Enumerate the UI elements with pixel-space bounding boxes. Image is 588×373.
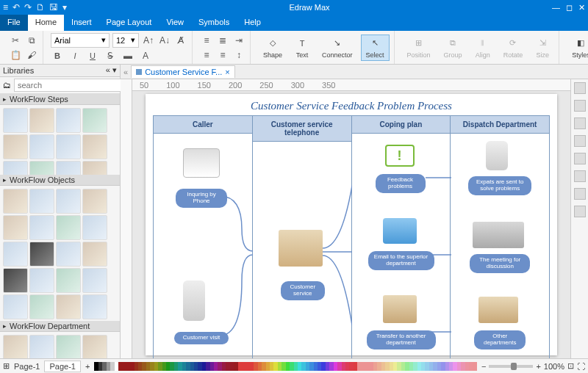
node-visit[interactable]: Customer visit <box>174 332 229 344</box>
shape-item[interactable] <box>3 294 28 319</box>
shape-item[interactable] <box>29 161 54 175</box>
phone-icon[interactable] <box>183 148 220 178</box>
shape-item[interactable] <box>82 189 107 214</box>
cut-icon[interactable]: ✂ <box>9 34 22 47</box>
shape-item[interactable] <box>29 215 54 240</box>
font-size[interactable]: 12▾ <box>112 33 139 48</box>
shape-item[interactable] <box>82 242 107 267</box>
page-tab[interactable]: Page-1 <box>44 361 80 372</box>
libraries-menu-icon[interactable]: « ▾ <box>106 65 117 75</box>
styles-button[interactable]: ◧Styles <box>567 35 588 61</box>
tool-table-icon[interactable] <box>574 153 586 164</box>
fullscreen-icon[interactable]: ⛶ <box>577 362 585 371</box>
format-painter-icon[interactable]: 🖌 <box>25 48 38 62</box>
node-feedback[interactable]: Feedback problems <box>376 174 426 193</box>
document-tab[interactable]: Customer Service F...× <box>131 65 235 78</box>
tool-format-icon[interactable] <box>574 82 586 94</box>
tab-help[interactable]: Help <box>237 15 268 31</box>
decrease-font-icon[interactable]: A↓ <box>158 34 171 47</box>
close-icon[interactable]: ✕ <box>578 3 585 12</box>
tool-shadow-icon[interactable] <box>574 170 586 182</box>
node-meeting[interactable]: The meeting for discussion <box>470 254 530 273</box>
canvas[interactable]: Customer Service Feedback Problem Proces… <box>132 91 570 358</box>
shape-item[interactable] <box>56 134 81 159</box>
underline-icon[interactable]: U <box>86 49 99 62</box>
shape-item[interactable] <box>29 108 54 133</box>
shape-item[interactable] <box>29 242 54 267</box>
shape-item[interactable] <box>3 134 28 159</box>
shape-item[interactable] <box>82 108 107 133</box>
shape-item[interactable] <box>56 294 81 319</box>
transfer-desk-icon[interactable] <box>383 295 417 323</box>
shape-item[interactable] <box>3 242 28 267</box>
shape-item[interactable] <box>82 335 107 358</box>
shape-item[interactable] <box>82 134 107 159</box>
shape-item[interactable] <box>3 268 28 293</box>
shape-item[interactable] <box>29 268 54 293</box>
tab-symbols[interactable]: Symbols <box>191 15 237 31</box>
shape-item[interactable] <box>82 294 107 319</box>
shape-item[interactable] <box>3 108 28 133</box>
doc-close-icon[interactable]: × <box>225 68 229 76</box>
clear-format-icon[interactable]: A̸ <box>174 34 187 47</box>
node-other[interactable]: Other departments <box>474 330 526 350</box>
add-page-icon[interactable]: + <box>85 362 90 371</box>
cat-workflow-objects[interactable]: WorkFlow Objects <box>0 175 120 186</box>
shape-item[interactable] <box>3 215 28 240</box>
zoom-slider[interactable] <box>489 365 533 368</box>
new-icon[interactable]: 🗋 <box>36 2 45 12</box>
bullets-icon[interactable]: ≡ <box>200 34 213 47</box>
tab-view[interactable]: View <box>159 15 191 31</box>
cat-workflow-steps[interactable]: WorkFlow Steps <box>0 94 120 105</box>
shape-item[interactable] <box>82 268 107 293</box>
shape-item[interactable] <box>56 161 81 175</box>
node-cs[interactable]: Customer service <box>281 281 325 300</box>
email-icon[interactable] <box>383 218 417 244</box>
tool-expand-icon[interactable] <box>574 206 586 217</box>
zoom-in-icon[interactable]: + <box>536 362 540 371</box>
desk-icon[interactable] <box>279 230 323 267</box>
node-email[interactable]: Email to the superior department <box>368 251 434 270</box>
save-icon[interactable]: 🖫 <box>49 2 58 12</box>
size-button[interactable]: ⇲Size <box>531 35 554 61</box>
line-spacing-icon[interactable]: ↕ <box>232 48 245 62</box>
paste-icon[interactable]: 📋 <box>9 48 22 62</box>
shape-item[interactable] <box>29 134 54 159</box>
qat-dropdown-icon[interactable]: ▾ <box>62 2 67 12</box>
rotate-button[interactable]: ⟳Rotate <box>498 35 528 61</box>
text-button[interactable]: TText <box>290 35 314 61</box>
strike-icon[interactable]: S̶ <box>104 49 117 62</box>
meeting-icon[interactable] <box>473 222 524 248</box>
tool-line-icon[interactable] <box>574 135 586 147</box>
tool-page-icon[interactable] <box>574 100 586 112</box>
increase-font-icon[interactable]: A↑ <box>142 34 155 47</box>
node-expats[interactable]: Expats are sent to solve problems <box>468 176 531 195</box>
exclaim-icon[interactable]: ! <box>385 145 415 167</box>
shape-item[interactable] <box>29 335 54 358</box>
position-button[interactable]: ⊞Position <box>402 35 436 61</box>
font-color-icon[interactable]: A <box>139 49 152 62</box>
zoom-out-icon[interactable]: − <box>481 362 486 371</box>
shape-item[interactable] <box>82 161 107 175</box>
group-button[interactable]: ⧉Group <box>439 35 467 61</box>
node-transfer[interactable]: Transfer to another department <box>367 330 436 350</box>
shape-item[interactable] <box>29 294 54 319</box>
tab-home[interactable]: Home <box>28 15 64 31</box>
copy-icon[interactable]: ⧉ <box>25 34 38 47</box>
tabs-prev-icon[interactable]: « <box>123 68 128 76</box>
minimize-icon[interactable]: — <box>552 3 560 12</box>
tab-file[interactable]: File <box>0 15 28 31</box>
tool-text-icon[interactable] <box>574 188 586 200</box>
shape-item[interactable] <box>56 108 81 133</box>
select-button[interactable]: ↖Select <box>361 35 390 61</box>
align-center-icon[interactable]: ≡ <box>216 48 229 62</box>
connector-button[interactable]: ↘Connector <box>317 35 358 61</box>
tab-insert[interactable]: Insert <box>64 15 99 31</box>
tool-layer-icon[interactable] <box>574 117 586 129</box>
shape-item[interactable] <box>56 242 81 267</box>
color-palette[interactable] <box>94 362 477 371</box>
italic-icon[interactable]: I <box>68 49 82 62</box>
numbering-icon[interactable]: ≣ <box>216 34 229 47</box>
expat-icon[interactable] <box>486 141 508 170</box>
align-button[interactable]: ⫴Align <box>470 35 495 61</box>
